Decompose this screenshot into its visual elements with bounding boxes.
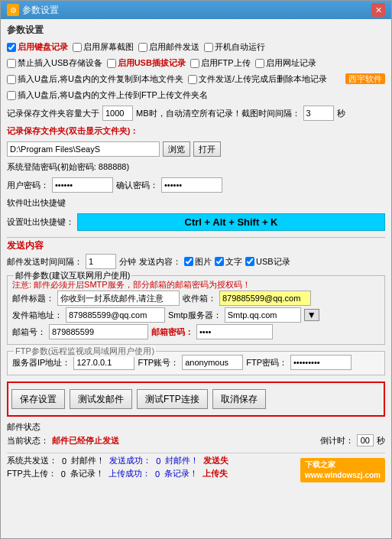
send-content-label: 发送内容： xyxy=(139,256,181,268)
status-current-label: 当前状态： xyxy=(7,435,49,446)
ftp-upload-value: 0 xyxy=(61,469,66,479)
checkbox-copy-usb[interactable]: 插入U盘后,将U盘内的文件复制到本地文件夹 xyxy=(7,73,183,85)
shortcut-display: Ctrl + Alt + Shift + K xyxy=(77,213,385,231)
copy-usb-check[interactable] xyxy=(7,75,16,84)
usb-log-check[interactable] xyxy=(245,257,254,266)
folder-path-input[interactable] xyxy=(7,141,160,157)
checkbox-row-3: 插入U盘后,将U盘内的文件复制到本地文件夹 文件发送/上传完成后删除本地记录 西… xyxy=(7,73,385,85)
send-content-row: 邮件发送时间间隔： 分钟 发送内容： 图片 文字 USB记录 xyxy=(7,254,385,269)
interval-unit: 秒 xyxy=(337,108,345,119)
text-check[interactable] xyxy=(215,257,224,266)
check-usb[interactable]: USB记录 xyxy=(245,256,290,268)
checkbox-ftp[interactable]: 启用FTP上传 xyxy=(190,57,251,69)
checkbox-ftp-upload[interactable]: 插入U盘后,将U盘内的文件上传到FTP上传文件夹名 xyxy=(7,89,208,101)
checkbox-screenshot[interactable]: 启用屏幕截图 xyxy=(73,41,134,53)
folder-size-row: 记录保存文件夹容量大于 MB时，自动清空所有记录！截图时间间隔： 秒 xyxy=(7,106,385,121)
send-interval-input[interactable] xyxy=(86,254,116,269)
send-success-unit: 封邮件！ xyxy=(165,455,199,466)
browse-button[interactable]: 浏览 xyxy=(163,141,190,157)
checkbox-mail[interactable]: 启用邮件发送 xyxy=(138,41,199,53)
check-image[interactable]: 图片 xyxy=(184,256,212,268)
ftp-pwd-input[interactable] xyxy=(290,355,352,370)
smtp-input[interactable] xyxy=(225,307,301,323)
checkbox-keyboard[interactable]: 启用键盘记录 xyxy=(7,41,68,53)
screenshot-label: 启用屏幕截图 xyxy=(83,41,134,53)
upload-fail-label: 上传失 xyxy=(202,468,228,479)
password-section-label: 系统登陆密码(初始密码: 888888) xyxy=(7,161,129,173)
ftp-check[interactable] xyxy=(190,59,199,68)
interval-input[interactable] xyxy=(303,106,334,121)
mail-no-row: 邮箱号： 邮箱密码： xyxy=(12,324,380,339)
upload-success-unit: 条记录！ xyxy=(164,468,198,479)
window-title: 参数设置 xyxy=(22,4,59,17)
checkbox-disable-usb[interactable]: 禁止插入USB存储设备 xyxy=(7,57,102,69)
folder-path-row: 记录保存文件夹(双击显示文件夹)： xyxy=(7,125,385,137)
status-current-row: 当前状态： 邮件已经停止发送 倒计时： 00 秒 xyxy=(7,434,385,446)
copy-usb-label: 插入U盘后,将U盘内的文件复制到本地文件夹 xyxy=(18,73,183,85)
status-current-value: 邮件已经停止发送 xyxy=(52,435,119,446)
image-check[interactable] xyxy=(184,257,193,266)
watermark-line2: www.windowszj.com xyxy=(305,470,381,481)
close-button[interactable]: ✕ xyxy=(371,3,385,17)
cancel-button[interactable]: 取消保存 xyxy=(212,389,266,409)
test-mail-button[interactable]: 测试发邮件 xyxy=(70,389,132,409)
inbox-input[interactable] xyxy=(219,291,311,306)
checkbox-usb-record[interactable]: 启用USB插拔记录 xyxy=(107,57,186,69)
mailno-input[interactable] xyxy=(49,324,148,339)
save-button[interactable]: 保存设置 xyxy=(11,389,65,409)
smtp-dropdown-icon[interactable]: ▼ xyxy=(304,309,319,321)
checkbox-delete-after[interactable]: 文件发送/上传完成后删除本地记录 xyxy=(188,73,327,85)
image-label: 图片 xyxy=(195,256,212,268)
button-group-container: 保存设置 测试发邮件 测试FTP连接 取消保存 xyxy=(7,382,385,417)
upload-success-value: 0 xyxy=(155,469,160,479)
checkbox-autostart[interactable]: 开机自动运行 xyxy=(204,41,265,53)
send-success-value: 0 xyxy=(156,456,160,466)
confirm-pwd-input[interactable] xyxy=(161,177,222,193)
checkbox-row-1: 启用键盘记录 启用屏幕截图 启用邮件发送 开机自动运行 xyxy=(7,41,385,53)
ftp-section-title: FTP参数(远程监视或局域网用户使用) xyxy=(14,346,156,357)
check-text[interactable]: 文字 xyxy=(215,256,242,268)
url-check[interactable] xyxy=(255,59,264,68)
text-label: 文字 xyxy=(225,256,242,268)
folder-path-label: 记录保存文件夹(双击显示文件夹)： xyxy=(7,125,138,137)
app-icon: ⚙ xyxy=(7,4,19,16)
usb-record-check[interactable] xyxy=(107,59,116,68)
ftp-label: 启用FTP上传 xyxy=(201,57,251,69)
countdown-seconds-label: 秒 xyxy=(377,435,385,446)
password-label-row: 系统登陆密码(初始密码: 888888) xyxy=(7,161,385,173)
mail-section-title: 邮件参数(建议互联网用户使用) xyxy=(14,270,131,281)
ftp-account-input[interactable] xyxy=(182,355,243,370)
sender-input[interactable] xyxy=(66,307,165,323)
folder-size-input[interactable] xyxy=(102,106,133,121)
disable-usb-check[interactable] xyxy=(7,59,16,68)
usb-record-label: 启用USB插拔记录 xyxy=(118,57,186,69)
folder-size-unit: MB时，自动清空所有记录！截图时间间隔： xyxy=(136,108,300,119)
delete-after-check[interactable] xyxy=(188,75,197,84)
sys-send-unit: 封邮件！ xyxy=(71,455,105,466)
url-label: 启用网址记录 xyxy=(266,57,316,69)
keyboard-check[interactable] xyxy=(7,43,16,52)
shortcut-section-label-row: 软件吐出快捷键 xyxy=(7,197,385,209)
sender-label: 发件箱地址： xyxy=(12,310,63,321)
params-section-title: 参数设置 xyxy=(7,24,385,37)
inbox-label: 收件箱： xyxy=(183,293,216,304)
test-ftp-button[interactable]: 测试FTP连接 xyxy=(137,389,208,409)
countdown-label: 倒计时： xyxy=(320,435,354,446)
mailpwd-input[interactable] xyxy=(196,324,273,339)
mail-subject-row: 邮件标题： 收件箱： xyxy=(12,291,380,306)
user-pwd-input[interactable] xyxy=(52,177,113,193)
sys-send-label: 系统共发送： xyxy=(7,455,57,466)
mail-subject-input[interactable] xyxy=(57,291,180,306)
autostart-check[interactable] xyxy=(204,43,213,52)
checkbox-url[interactable]: 启用网址记录 xyxy=(255,57,316,69)
mail-check[interactable] xyxy=(138,43,147,52)
countdown-hours: 00 xyxy=(357,434,374,446)
open-button[interactable]: 打开 xyxy=(193,141,221,157)
main-window: ⚙ 参数设置 ✕ 参数设置 启用键盘记录 启用屏幕截图 启用邮件发送 开机 xyxy=(0,0,392,539)
ftp-upload-check[interactable] xyxy=(7,91,16,100)
ftp-server-input[interactable] xyxy=(73,355,134,370)
screenshot-check[interactable] xyxy=(73,43,82,52)
shortcut-label: 设置吐出快捷键： xyxy=(7,216,74,228)
confirm-pwd-label: 确认密码： xyxy=(116,180,158,191)
status-section-title: 邮件状态 xyxy=(7,421,40,433)
